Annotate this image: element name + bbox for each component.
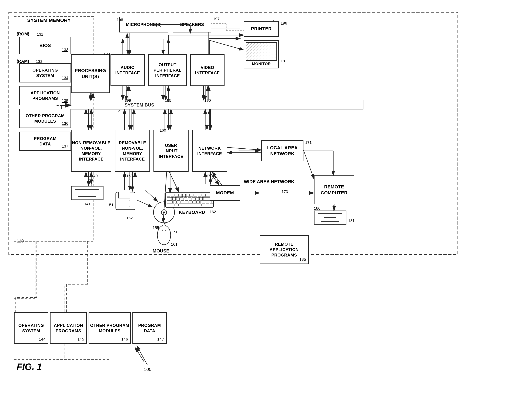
ref-141: 141 <box>84 202 91 206</box>
ref-191: 191 <box>281 59 287 63</box>
wan-label: WIDE AREA NETWORK <box>244 179 294 184</box>
hdd-icon <box>71 186 103 200</box>
remote-hdd-icon <box>314 211 347 225</box>
mouse-icon <box>156 223 172 246</box>
ref-162: 162 <box>210 210 216 214</box>
svg-line-157 <box>137 346 147 365</box>
ref-150: 150 <box>126 174 133 178</box>
bios-box: BIOS 133 <box>19 37 71 54</box>
user-input-box: USER INPUT INTERFACE <box>153 130 189 172</box>
svg-rect-65 <box>118 192 130 198</box>
svg-line-144 <box>227 147 261 150</box>
ref-199: 199 <box>125 98 131 103</box>
svg-point-70 <box>163 211 165 213</box>
video-interface-box: VIDEO INTERFACE <box>190 54 225 86</box>
processing-unit-box: PROCESSING UNIT(S) <box>71 54 110 93</box>
other-modules-bottom-box: OTHER PROGRAM MODULES 146 <box>88 312 131 344</box>
ref-173: 173 <box>282 189 288 194</box>
svg-line-142 <box>169 172 179 192</box>
ref-136: 136 <box>62 121 68 126</box>
ref-147: 147 <box>157 337 164 342</box>
lan-box: LOCAL AREA NETWORK <box>261 140 303 161</box>
ref-172: 172 <box>210 176 216 180</box>
svg-text:SYSTEM BUS: SYSTEM BUS <box>125 102 154 108</box>
audio-interface-box: AUDIO INTERFACE <box>111 54 145 86</box>
monitor-box: MONITOR <box>244 40 279 69</box>
ref-197: 197 <box>213 17 220 21</box>
ref-137: 137 <box>62 144 68 149</box>
ref-140: 140 <box>91 174 98 178</box>
ref-135: 135 <box>62 98 68 103</box>
system-memory-label: SYSTEM MEMORY <box>27 18 71 23</box>
keyboard-icon <box>165 192 214 209</box>
output-peripheral-box: OUTPUT PERIPHERAL INTERFACE <box>148 54 187 86</box>
remote-computer-box: REMOTE COMPUTER <box>314 176 354 204</box>
ref-181: 181 <box>348 218 355 223</box>
svg-line-148 <box>303 150 314 179</box>
network-interface-box: NETWORK INTERFACE <box>192 130 227 172</box>
ref-131: 131 <box>37 32 43 37</box>
ref-156: 156 <box>172 230 178 234</box>
modem-box: MODEM <box>210 185 240 201</box>
ref-134: 134 <box>62 75 68 81</box>
speakers-box: SPEAKERS <box>173 17 211 32</box>
ref-110: 110 <box>17 239 24 244</box>
ref-146: 146 <box>121 337 128 342</box>
ref-133: 133 <box>62 47 68 53</box>
svg-text:121: 121 <box>116 109 122 113</box>
app-programs-box: APPLICATION PROGRAMS 135 <box>19 86 71 105</box>
svg-rect-5 <box>61 100 363 109</box>
ref-185: 185 <box>299 257 306 262</box>
rom-label: (ROM) <box>17 32 29 36</box>
microphones-box: MICROPHONE(S) <box>119 17 168 32</box>
os-box: OPERATING SYSTEM 134 <box>19 63 71 83</box>
non-removable-box: NON-REMOVABLE NON-VOL. MEMORY INTERFACE <box>71 130 111 172</box>
program-data-box: PROGRAM DATA 137 <box>19 132 71 151</box>
ref-151: 151 <box>107 203 113 207</box>
remote-app-box: REMOTE APPLICATION PROGRAMS 185 <box>260 235 309 264</box>
ref-144: 144 <box>39 337 46 342</box>
svg-point-110 <box>162 225 166 231</box>
ref-152: 152 <box>126 216 133 220</box>
keyboard-label: KEYBOARD <box>179 210 205 215</box>
ref-195: 195 <box>165 98 171 103</box>
ref-161: 161 <box>171 242 177 247</box>
svg-line-141 <box>137 200 153 207</box>
ref-145: 145 <box>78 337 84 342</box>
removable-box: REMOVABLE NON-VOL. MEMORY INTERFACE <box>115 130 150 172</box>
ref-198: 198 <box>117 18 123 22</box>
svg-line-39 <box>146 190 158 202</box>
svg-line-136 <box>210 40 244 50</box>
ref-171: 171 <box>305 140 312 145</box>
other-modules-box: OTHER PROGRAM MODULES 136 <box>19 109 71 128</box>
app-programs-bottom-box: APPLICATION PROGRAMS 145 <box>50 312 87 344</box>
ram-label: (RAM) <box>17 59 29 64</box>
fig-label: FIG. 1 <box>17 361 42 372</box>
svg-rect-66 <box>122 200 130 207</box>
printer-box: PRINTER <box>244 21 279 37</box>
ref-180: 180 <box>314 206 321 211</box>
ref-196: 196 <box>281 21 287 26</box>
ref-120: 120 <box>103 52 110 56</box>
ref-190: 190 <box>204 98 211 103</box>
floppy-icon <box>115 191 136 211</box>
ref-100: 100 <box>144 367 151 372</box>
svg-line-58 <box>135 347 144 361</box>
program-data-bottom-box: PROGRAM DATA 147 <box>132 312 167 344</box>
ref-160: 160 <box>160 128 166 133</box>
os-bottom-box: OPERATING SYSTEM 144 <box>14 312 48 344</box>
mouse-label: MOUSE <box>153 248 169 254</box>
